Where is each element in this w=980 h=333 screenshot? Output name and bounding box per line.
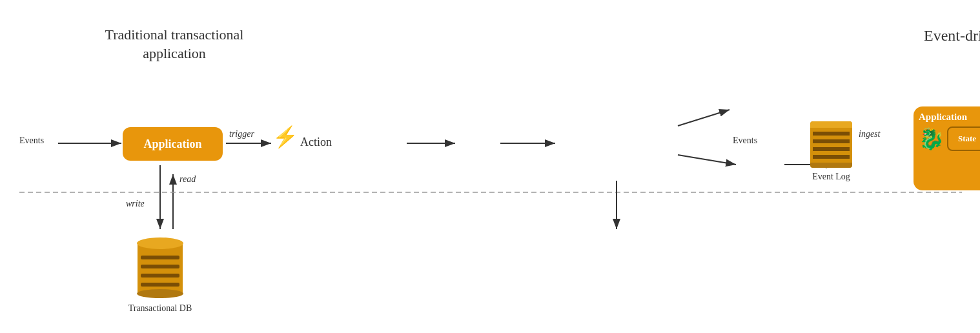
svg-line-9 bbox=[678, 110, 730, 126]
left-app-box: Application bbox=[123, 127, 223, 161]
left-read-label: read bbox=[179, 174, 196, 185]
left-db bbox=[138, 243, 183, 294]
right-state-box: State bbox=[947, 126, 980, 151]
left-db-label: Transactional DB bbox=[118, 303, 202, 314]
right-section: Event-driven application Events Event Lo… bbox=[723, 0, 980, 333]
right-event-log1: Event Log bbox=[810, 121, 852, 182]
right-title: Event-driven application bbox=[865, 26, 980, 46]
left-lightning-icon: ⚡ bbox=[272, 125, 298, 149]
right-event-log1-label: Event Log bbox=[810, 172, 852, 182]
left-write-label: write bbox=[126, 199, 145, 209]
right-ingest-label: ingest bbox=[859, 129, 880, 139]
diagram-container: Traditional transactional application Ev… bbox=[0, 0, 980, 333]
left-section: Traditional transactional application Ev… bbox=[0, 0, 362, 333]
left-trigger-label: trigger bbox=[229, 129, 254, 139]
right-events-label: Events bbox=[733, 136, 757, 146]
left-app-label: Application bbox=[143, 137, 201, 151]
left-events-label: Events bbox=[19, 136, 44, 146]
left-action-label: Action bbox=[300, 136, 332, 149]
right-state-label: State bbox=[958, 134, 976, 144]
dragon-icon: 🐉 bbox=[919, 128, 944, 149]
left-title: Traditional transactional application bbox=[84, 26, 265, 63]
right-app-label: Application bbox=[919, 112, 980, 123]
right-app-box: Application 🐉 State bbox=[914, 106, 980, 190]
